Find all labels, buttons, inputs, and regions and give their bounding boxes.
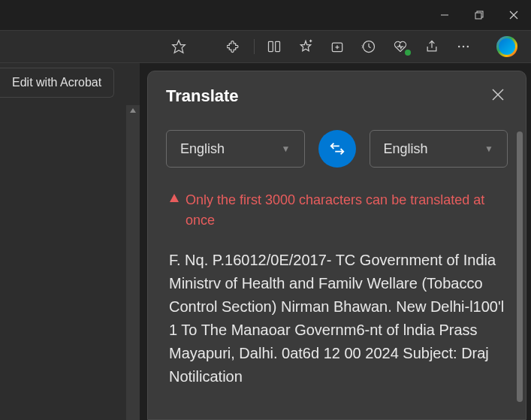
swap-icon [329, 141, 345, 157]
chevron-down-icon: ▼ [282, 144, 291, 154]
star-plus-icon [298, 39, 313, 54]
svg-marker-18 [130, 108, 136, 113]
copilot-icon [496, 36, 517, 57]
source-language-label: English [180, 141, 225, 157]
maximize-button[interactable] [462, 0, 496, 30]
browser-toolbar [0, 30, 531, 63]
svg-point-15 [458, 46, 460, 48]
translate-panel: Translate English ▼ English ▼ Only the f… [147, 71, 526, 420]
translated-text: F. Nq. P.16012/0E/2017- TC Government of… [148, 234, 526, 388]
close-window-button[interactable] [496, 0, 531, 30]
svg-rect-6 [269, 41, 273, 51]
minimize-icon [440, 11, 449, 20]
svg-marker-5 [173, 41, 186, 53]
history-icon [361, 39, 376, 54]
content-area: Edit with Acrobat Translate English ▼ En… [0, 63, 531, 420]
collections-button[interactable] [322, 33, 352, 60]
favorite-star-button[interactable] [164, 33, 194, 60]
svg-rect-2 [475, 13, 481, 19]
close-icon [491, 88, 505, 101]
favorites-button[interactable] [291, 33, 321, 60]
language-selector-row: English ▼ English ▼ [148, 125, 526, 181]
edit-acrobat-button[interactable]: Edit with Acrobat [0, 68, 114, 98]
share-icon [424, 39, 439, 54]
target-language-select[interactable]: English ▼ [370, 130, 508, 168]
chevron-down-icon: ▼ [484, 144, 493, 154]
star-icon [171, 39, 186, 54]
more-button[interactable] [448, 33, 478, 60]
warning-icon [169, 193, 180, 204]
status-dot [405, 50, 411, 56]
triangle-up-icon [129, 107, 137, 114]
svg-rect-7 [276, 41, 280, 51]
performance-button[interactable] [385, 33, 415, 60]
split-screen-button[interactable] [259, 33, 289, 60]
svg-marker-21 [170, 194, 179, 202]
window-titlebar [0, 0, 531, 30]
left-panel: Edit with Acrobat [0, 63, 140, 420]
history-button[interactable] [354, 33, 384, 60]
close-icon [509, 11, 518, 20]
copilot-button[interactable] [492, 33, 522, 60]
minimize-button[interactable] [427, 0, 462, 30]
close-panel-button[interactable] [488, 85, 508, 107]
panel-title: Translate [166, 86, 239, 106]
left-scrollbar[interactable] [126, 105, 140, 420]
warning-text: Only the first 3000 characters can be tr… [186, 190, 505, 231]
more-icon [456, 39, 471, 54]
extensions-button[interactable] [219, 33, 249, 60]
toolbar-divider [254, 39, 255, 54]
swap-languages-button[interactable] [318, 130, 356, 168]
puzzle-icon [227, 39, 242, 54]
collection-icon [330, 39, 345, 54]
maximize-icon [475, 11, 484, 20]
warning-message: Only the first 3000 characters can be tr… [148, 181, 526, 234]
panel-header: Translate [148, 71, 526, 125]
scroll-up-arrow[interactable] [128, 105, 138, 116]
svg-marker-8 [300, 41, 310, 51]
split-icon [267, 39, 282, 54]
target-language-label: English [384, 141, 428, 157]
svg-point-17 [467, 46, 469, 48]
source-language-select[interactable]: English ▼ [166, 130, 305, 168]
panel-scrollbar[interactable] [517, 131, 523, 402]
svg-point-16 [463, 46, 465, 48]
share-button[interactable] [417, 33, 447, 60]
